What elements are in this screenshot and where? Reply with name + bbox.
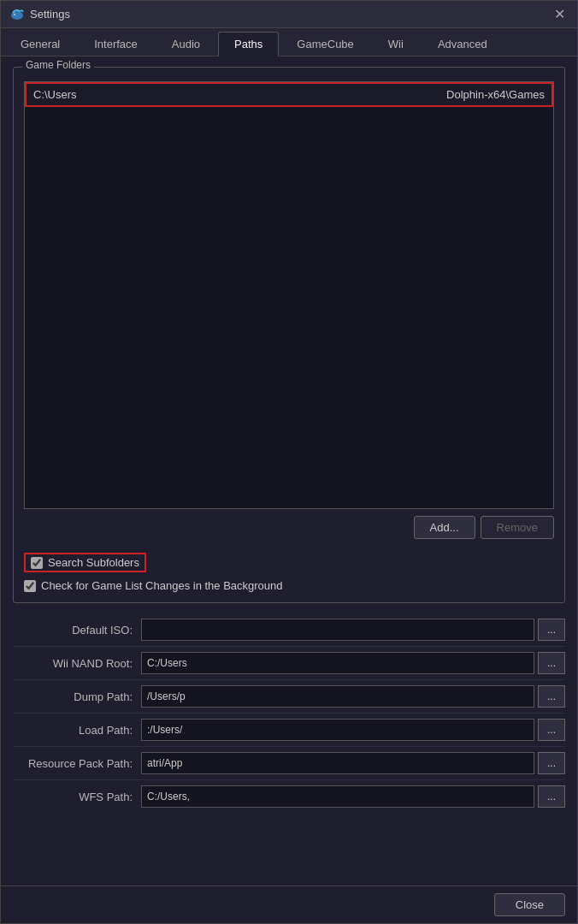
wfs-path-input[interactable] xyxy=(141,785,534,808)
path-fields-section: Default ISO: ... Wii NAND Root: ... Dump… xyxy=(13,613,565,813)
tab-advanced[interactable]: Advanced xyxy=(422,32,504,56)
add-folder-button[interactable]: Add... xyxy=(414,516,475,539)
wii-nand-input[interactable] xyxy=(141,652,534,674)
check-game-list-row: Check for Game List Changes in the Backg… xyxy=(24,579,554,592)
window-title: Settings xyxy=(30,8,70,21)
svg-point-1 xyxy=(14,14,15,15)
dolphin-logo-icon xyxy=(9,7,25,22)
path-row-wfs: WFS Path: ... xyxy=(13,779,565,813)
dump-path-browse-button[interactable]: ... xyxy=(538,685,565,708)
tab-paths[interactable]: Paths xyxy=(218,32,279,56)
tab-gamecube[interactable]: GameCube xyxy=(280,32,369,56)
close-button[interactable]: Close xyxy=(494,893,565,916)
folder-path-left: C:\Users xyxy=(33,88,77,101)
game-folders-group: Game Folders C:\Users Dolphin-x64\Games … xyxy=(13,67,565,603)
footer: Close xyxy=(1,886,577,923)
path-row-dump: Dump Path: ... xyxy=(13,679,565,713)
title-bar: Settings ✕ xyxy=(1,1,577,28)
resource-pack-label: Resource Pack Path: xyxy=(13,757,141,770)
folder-list-item[interactable]: C:\Users Dolphin-x64\Games xyxy=(25,82,553,107)
tab-interface[interactable]: Interface xyxy=(78,32,154,56)
main-content: Game Folders C:\Users Dolphin-x64\Games … xyxy=(1,56,577,886)
folder-path-right: Dolphin-x64\Games xyxy=(446,88,545,101)
tab-general[interactable]: General xyxy=(4,32,76,56)
tab-audio[interactable]: Audio xyxy=(156,32,216,56)
folder-buttons-row: Add... Remove xyxy=(24,516,554,539)
wfs-path-browse-button[interactable]: ... xyxy=(538,785,565,808)
resource-pack-browse-button[interactable]: ... xyxy=(538,752,565,774)
search-subfolders-label: Search Subfolders xyxy=(48,556,139,569)
path-row-wii-nand: Wii NAND Root: ... xyxy=(13,646,565,679)
tab-wii[interactable]: Wii xyxy=(372,32,420,56)
path-row-resource-pack: Resource Pack Path: ... xyxy=(13,746,565,779)
check-game-list-checkbox[interactable] xyxy=(24,580,36,592)
game-folders-list[interactable]: C:\Users Dolphin-x64\Games xyxy=(24,81,554,509)
dump-path-input[interactable] xyxy=(141,685,534,708)
search-subfolders-checkbox[interactable] xyxy=(31,557,43,569)
title-bar-left: Settings xyxy=(9,7,70,22)
load-path-input[interactable] xyxy=(141,719,534,741)
load-path-label: Load Path: xyxy=(13,724,141,737)
resource-pack-input[interactable] xyxy=(141,752,534,774)
load-path-browse-button[interactable]: ... xyxy=(538,719,565,741)
wfs-path-label: WFS Path: xyxy=(13,791,141,803)
window-close-button[interactable]: ✕ xyxy=(551,8,569,21)
path-row-load: Load Path: ... xyxy=(13,713,565,746)
wii-nand-browse-button[interactable]: ... xyxy=(538,652,565,674)
settings-window: Settings ✕ General Interface Audio Paths… xyxy=(0,0,578,924)
default-iso-browse-button[interactable]: ... xyxy=(538,619,565,641)
default-iso-label: Default ISO: xyxy=(13,624,141,637)
search-subfolders-row: Search Subfolders xyxy=(24,553,146,572)
default-iso-input[interactable] xyxy=(141,619,534,641)
wii-nand-label: Wii NAND Root: xyxy=(13,657,141,670)
path-row-default-iso: Default ISO: ... xyxy=(13,613,565,646)
tab-bar: General Interface Audio Paths GameCube W… xyxy=(1,28,577,56)
check-game-list-label: Check for Game List Changes in the Backg… xyxy=(41,579,283,592)
game-folders-label: Game Folders xyxy=(22,59,94,71)
dump-path-label: Dump Path: xyxy=(13,690,141,703)
remove-folder-button[interactable]: Remove xyxy=(481,516,554,539)
